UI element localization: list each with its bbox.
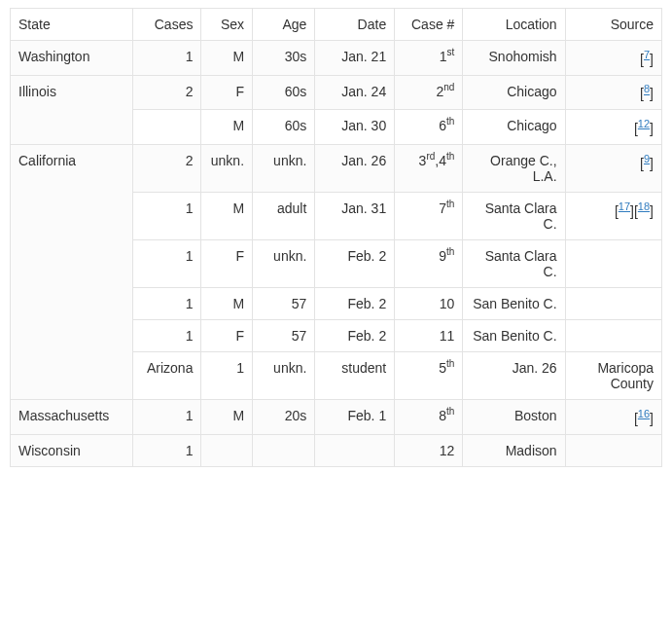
cell-case-no: 6th — [395, 110, 463, 145]
cell-date: Feb. 2 — [315, 239, 395, 287]
table-row: Massachusetts1M20sFeb. 18thBoston[16] — [11, 399, 662, 434]
cell-state: Massachusetts — [11, 399, 133, 434]
col-location: Location — [463, 9, 565, 41]
cell-case-no: 5th — [395, 351, 463, 399]
cell-case-no: 12 — [395, 434, 463, 466]
col-cases: Cases — [133, 9, 201, 41]
table-row: Washington1M30sJan. 211stSnohomish[7] — [11, 41, 662, 76]
cell-source: [17][18] — [565, 192, 661, 239]
cell-date: Feb. 2 — [315, 319, 395, 351]
cell-cases: 1 — [133, 41, 201, 76]
cell-location: Chicago — [463, 75, 565, 110]
cell-sex: unkn. — [201, 144, 253, 192]
cell-date: Jan. 30 — [315, 110, 395, 145]
cell-source — [565, 319, 661, 351]
cell-cases: 1 — [133, 287, 201, 319]
cell-source: Maricopa County — [565, 351, 661, 399]
source-link[interactable]: 18 — [638, 200, 650, 212]
col-age: Age — [253, 9, 315, 41]
cell-source: [7] — [565, 41, 661, 76]
cell-cases: Arizona — [133, 351, 201, 399]
cell-state: Illinois — [11, 75, 133, 144]
cell-case-no: 2nd — [395, 75, 463, 110]
cell-cases: 1 — [133, 319, 201, 351]
cell-cases: 1 — [133, 239, 201, 287]
cell-state: Washington — [11, 41, 133, 76]
cell-cases: 1 — [133, 434, 201, 466]
cell-age: 60s — [253, 110, 315, 145]
cell-age — [253, 434, 315, 466]
cell-sex: M — [201, 110, 253, 145]
table-row: California2unkn.unkn.Jan. 263rd,4thOrang… — [11, 144, 662, 192]
cell-age: 20s — [253, 399, 315, 434]
cell-sex: M — [201, 41, 253, 76]
col-date: Date — [315, 9, 395, 41]
cell-location: Snohomish — [463, 41, 565, 76]
cell-case-no: 8th — [395, 399, 463, 434]
cell-cases: 2 — [133, 75, 201, 110]
cell-date: Feb. 1 — [315, 399, 395, 434]
source-link[interactable]: 17 — [619, 200, 630, 212]
source-link[interactable]: 8 — [644, 84, 650, 95]
cell-cases — [133, 110, 201, 145]
cell-case-no: 3rd,4th — [395, 144, 463, 192]
cell-state: Wisconsin — [11, 434, 133, 466]
cell-date — [315, 434, 395, 466]
cell-source: [12] — [565, 110, 661, 145]
cell-location: Santa Clara C. — [463, 192, 565, 239]
cell-sex: M — [201, 399, 253, 434]
cell-source: [9] — [565, 144, 661, 192]
cell-age: 57 — [253, 319, 315, 351]
col-state: State — [11, 9, 133, 41]
cell-sex: M — [201, 192, 253, 239]
cell-location: Orange C., L.A. — [463, 144, 565, 192]
cell-location: San Benito C. — [463, 287, 565, 319]
cell-case-no: 7th — [395, 192, 463, 239]
source-link[interactable]: 16 — [638, 408, 650, 419]
cell-location: Santa Clara C. — [463, 239, 565, 287]
cell-age: unkn. — [253, 351, 315, 399]
cell-sex: F — [201, 239, 253, 287]
cell-location: San Benito C. — [463, 319, 565, 351]
cell-case-no: 9th — [395, 239, 463, 287]
header-row: State Cases Sex Age Date Case # Location… — [11, 9, 662, 41]
cell-location: Boston — [463, 399, 565, 434]
cell-date: Jan. 21 — [315, 41, 395, 76]
cell-date: Jan. 26 — [315, 144, 395, 192]
cell-case-no: 1st — [395, 41, 463, 76]
cell-case-no: 10 — [395, 287, 463, 319]
cell-cases: 1 — [133, 192, 201, 239]
cell-cases: 1 — [133, 399, 201, 434]
cell-source — [565, 239, 661, 287]
cases-table: State Cases Sex Age Date Case # Location… — [10, 8, 662, 467]
cell-source: [16] — [565, 399, 661, 434]
table-body: Washington1M30sJan. 211stSnohomish[7]Ill… — [11, 41, 662, 467]
cell-location: Jan. 26 — [463, 351, 565, 399]
cell-cases: 2 — [133, 144, 201, 192]
cell-source — [565, 434, 661, 466]
cell-age: 30s — [253, 41, 315, 76]
cell-sex: M — [201, 287, 253, 319]
cell-sex — [201, 434, 253, 466]
cell-source: [8] — [565, 75, 661, 110]
col-source: Source — [565, 9, 661, 41]
cell-source — [565, 287, 661, 319]
table-row: Illinois2F60sJan. 242ndChicago[8] — [11, 75, 662, 110]
cell-state: California — [11, 144, 133, 399]
cell-location: Chicago — [463, 110, 565, 145]
cell-location: Madison — [463, 434, 565, 466]
cell-age: 57 — [253, 287, 315, 319]
source-link[interactable]: 7 — [644, 49, 650, 60]
table-row: Wisconsin112Madison — [11, 434, 662, 466]
col-case-no: Case # — [395, 9, 463, 41]
cell-date: Jan. 31 — [315, 192, 395, 239]
cell-age: unkn. — [253, 144, 315, 192]
cell-date: student — [315, 351, 395, 399]
cell-date: Jan. 24 — [315, 75, 395, 110]
cell-age: unkn. — [253, 239, 315, 287]
cell-sex: F — [201, 75, 253, 110]
source-link[interactable]: 12 — [638, 118, 650, 129]
cell-case-no: 11 — [395, 319, 463, 351]
cell-sex: F — [201, 319, 253, 351]
source-link[interactable]: 9 — [644, 153, 650, 164]
